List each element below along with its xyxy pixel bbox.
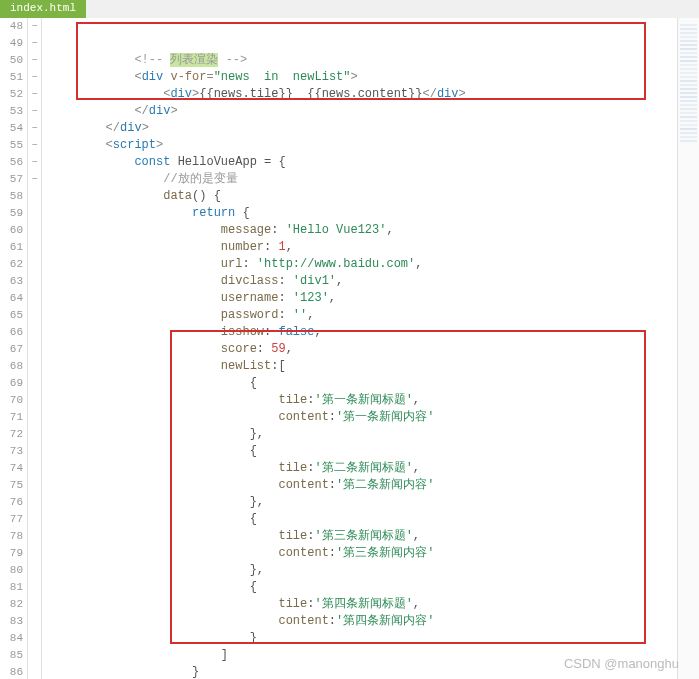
tab-bar: index.html xyxy=(0,0,699,18)
code-line[interactable]: content:'第一条新闻内容' xyxy=(48,409,677,426)
line-number: 76 xyxy=(0,494,23,511)
line-number: 69 xyxy=(0,375,23,392)
line-number: 51 xyxy=(0,69,23,86)
fold-gutter: −−−−−−−−−− xyxy=(28,18,42,679)
fold-marker[interactable]: − xyxy=(28,103,41,120)
line-number: 82 xyxy=(0,596,23,613)
line-number: 67 xyxy=(0,341,23,358)
line-number: 62 xyxy=(0,256,23,273)
code-line[interactable]: <div>{{news.tile}} {{news.content}}</div… xyxy=(48,86,677,103)
code-line[interactable]: number: 1, xyxy=(48,239,677,256)
code-line[interactable]: } xyxy=(48,630,677,647)
line-number: 85 xyxy=(0,647,23,664)
line-number: 73 xyxy=(0,443,23,460)
code-line[interactable]: }, xyxy=(48,426,677,443)
code-line[interactable]: { xyxy=(48,443,677,460)
line-number: 86 xyxy=(0,664,23,679)
code-line[interactable]: ] xyxy=(48,647,677,664)
fold-marker[interactable]: − xyxy=(28,137,41,154)
fold-marker[interactable]: − xyxy=(28,86,41,103)
code-line[interactable]: }, xyxy=(48,494,677,511)
code-line[interactable]: const HelloVueApp = { xyxy=(48,154,677,171)
code-line[interactable] xyxy=(48,35,677,52)
code-line[interactable]: data() { xyxy=(48,188,677,205)
code-line[interactable]: tile:'第三条新闻标题', xyxy=(48,528,677,545)
code-line[interactable]: } xyxy=(48,664,677,679)
fold-marker[interactable]: − xyxy=(28,35,41,52)
code-line[interactable]: score: 59, xyxy=(48,341,677,358)
line-number: 79 xyxy=(0,545,23,562)
code-line[interactable]: </div> xyxy=(48,120,677,137)
fold-marker[interactable]: − xyxy=(28,52,41,69)
line-number: 72 xyxy=(0,426,23,443)
line-number: 64 xyxy=(0,290,23,307)
line-number: 49 xyxy=(0,35,23,52)
fold-marker[interactable]: − xyxy=(28,154,41,171)
line-number: 61 xyxy=(0,239,23,256)
code-line[interactable]: return { xyxy=(48,205,677,222)
code-line[interactable]: content:'第二条新闻内容' xyxy=(48,477,677,494)
code-line[interactable]: <!-- 列表渲染 --> xyxy=(48,52,677,69)
line-number: 52 xyxy=(0,86,23,103)
code-line[interactable]: { xyxy=(48,375,677,392)
line-number: 78 xyxy=(0,528,23,545)
line-number: 80 xyxy=(0,562,23,579)
code-line[interactable]: message: 'Hello Vue123', xyxy=(48,222,677,239)
code-line[interactable]: password: '', xyxy=(48,307,677,324)
line-number: 77 xyxy=(0,511,23,528)
line-number: 50 xyxy=(0,52,23,69)
minimap[interactable] xyxy=(677,18,699,679)
code-area[interactable]: <!-- 列表渲染 --> <div v-for="news in newLis… xyxy=(42,18,677,679)
code-line[interactable]: url: 'http://www.baidu.com', xyxy=(48,256,677,273)
line-number: 65 xyxy=(0,307,23,324)
code-line[interactable]: //放的是变量 xyxy=(48,171,677,188)
code-line[interactable]: tile:'第四条新闻标题', xyxy=(48,596,677,613)
line-number-gutter: 4849505152535455565758596061626364656667… xyxy=(0,18,28,679)
line-number: 70 xyxy=(0,392,23,409)
code-line[interactable]: { xyxy=(48,579,677,596)
line-number: 84 xyxy=(0,630,23,647)
fold-marker[interactable]: − xyxy=(28,18,41,35)
line-number: 53 xyxy=(0,103,23,120)
line-number: 59 xyxy=(0,205,23,222)
line-number: 71 xyxy=(0,409,23,426)
line-number: 74 xyxy=(0,460,23,477)
line-number: 75 xyxy=(0,477,23,494)
line-number: 58 xyxy=(0,188,23,205)
fold-marker[interactable]: − xyxy=(28,171,41,188)
code-line[interactable] xyxy=(48,18,677,35)
line-number: 83 xyxy=(0,613,23,630)
line-number: 60 xyxy=(0,222,23,239)
code-line[interactable]: <div v-for="news in newList"> xyxy=(48,69,677,86)
code-line[interactable]: </div> xyxy=(48,103,677,120)
code-line[interactable]: username: '123', xyxy=(48,290,677,307)
line-number: 56 xyxy=(0,154,23,171)
code-line[interactable]: isshow: false, xyxy=(48,324,677,341)
line-number: 68 xyxy=(0,358,23,375)
line-number: 63 xyxy=(0,273,23,290)
code-line[interactable]: }, xyxy=(48,562,677,579)
file-tab[interactable]: index.html xyxy=(0,0,86,18)
code-line[interactable]: <script> xyxy=(48,137,677,154)
editor: 4849505152535455565758596061626364656667… xyxy=(0,18,699,679)
line-number: 66 xyxy=(0,324,23,341)
line-number: 81 xyxy=(0,579,23,596)
line-number: 48 xyxy=(0,18,23,35)
code-line[interactable]: newList:[ xyxy=(48,358,677,375)
code-line[interactable]: content:'第三条新闻内容' xyxy=(48,545,677,562)
code-line[interactable]: tile:'第二条新闻标题', xyxy=(48,460,677,477)
line-number: 57 xyxy=(0,171,23,188)
fold-marker[interactable]: − xyxy=(28,69,41,86)
code-line[interactable]: content:'第四条新闻内容' xyxy=(48,613,677,630)
code-line[interactable]: divclass: 'div1', xyxy=(48,273,677,290)
line-number: 55 xyxy=(0,137,23,154)
code-line[interactable]: { xyxy=(48,511,677,528)
code-line[interactable]: tile:'第一条新闻标题', xyxy=(48,392,677,409)
line-number: 54 xyxy=(0,120,23,137)
fold-marker[interactable]: − xyxy=(28,120,41,137)
